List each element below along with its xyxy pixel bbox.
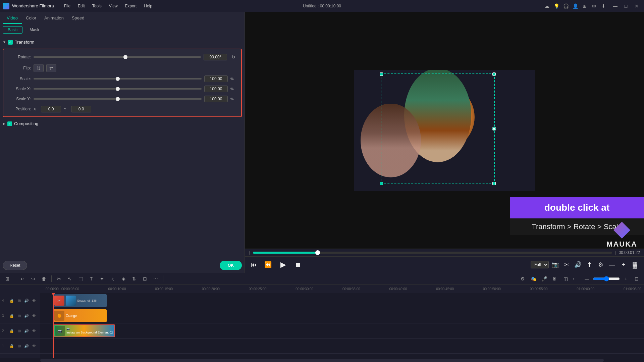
grid-icon[interactable]: ⊞ (581, 2, 588, 10)
toolbar-effects-button[interactable]: ✦ (97, 274, 107, 283)
zoom-in-button[interactable]: + (619, 260, 629, 270)
track-visibility-3[interactable]: 👁 (31, 313, 37, 319)
minimize-button[interactable]: — (610, 3, 620, 9)
close-button[interactable]: ✕ (632, 3, 641, 9)
toolbar-audio-button[interactable]: ♫ (108, 274, 117, 283)
rotate-value[interactable] (204, 54, 227, 60)
timeline-zoom-slider[interactable] (593, 276, 620, 281)
transform-checkbox[interactable]: ✓ (8, 40, 13, 45)
compositing-checkbox[interactable]: ✓ (7, 121, 12, 126)
toolbar-text-button[interactable]: T (87, 274, 96, 283)
toolbar-redo-button[interactable]: ↪ (29, 274, 38, 283)
menu-file[interactable]: File (61, 2, 74, 10)
clip-instagram[interactable]: 📷 📷 Instagram Background Element 02 (53, 324, 115, 337)
toolbar-sticker-button[interactable]: ◈ (119, 274, 128, 283)
track-lock-1[interactable]: 🔒 (9, 343, 15, 349)
export-button[interactable]: ⬆ (584, 260, 594, 270)
track-group-1[interactable]: ⊞ (16, 343, 22, 349)
screenshot-button[interactable]: 📷 (550, 260, 560, 270)
compositing-section-header[interactable]: ▶ ✓ Compositing (3, 120, 242, 127)
handle-tl[interactable] (380, 72, 383, 76)
toolbar-cut-button[interactable]: ✂ (54, 274, 64, 283)
track-mute-3[interactable]: 🔊 (23, 313, 30, 319)
toolbar-mix-right[interactable]: 🎚 (550, 274, 559, 283)
handle-br[interactable] (492, 182, 496, 185)
cloud-icon[interactable]: ☁ (543, 2, 551, 10)
scale-thumb[interactable] (116, 77, 120, 81)
toolbar-fit-right[interactable]: ⊟ (632, 274, 641, 283)
rotate-reset-button[interactable]: ↻ (230, 53, 237, 61)
toolbar-effects-right[interactable]: 🎭 (529, 274, 538, 283)
zoom-out-button[interactable]: — (607, 260, 617, 270)
ok-button[interactable]: OK (220, 261, 242, 270)
download-icon[interactable]: ⬇ (600, 2, 607, 10)
toolbar-more-button[interactable]: ⋯ (151, 274, 160, 283)
scale-x-value[interactable] (204, 86, 228, 92)
resolution-select[interactable]: Full (531, 261, 549, 268)
track-group-3[interactable]: ⊞ (16, 313, 22, 319)
stop-button[interactable]: ⏹ (293, 260, 303, 270)
toolbar-select-button[interactable]: ↖ (65, 274, 74, 283)
toolbar-add-button[interactable]: ⊞ (3, 274, 12, 283)
track-group-2[interactable]: ⊞ (16, 328, 22, 334)
scrollbar-track[interactable] (40, 359, 604, 362)
bulb-icon[interactable]: 💡 (553, 2, 560, 10)
rotate-thumb[interactable] (123, 55, 127, 59)
play-button[interactable]: ▶ (277, 259, 289, 271)
headset-icon[interactable]: 🎧 (562, 2, 570, 10)
toolbar-settings-right[interactable]: ⚙ (518, 274, 527, 283)
track-mute-4[interactable]: 🔊 (23, 298, 30, 304)
selection-box[interactable] (381, 73, 495, 184)
scale-y-slider[interactable] (34, 98, 202, 100)
flip-vertical-button[interactable]: ⇄ (46, 64, 56, 72)
tab-speed[interactable]: Speed (68, 14, 89, 24)
scale-x-slider[interactable] (34, 88, 202, 90)
toolbar-speed-button[interactable]: ⊟ (140, 274, 150, 283)
toolbar-zoom-in-right[interactable]: + (621, 274, 631, 283)
preview-progress-bar[interactable] (253, 252, 612, 254)
flip-horizontal-button[interactable]: ⇅ (34, 64, 44, 72)
maximize-button[interactable]: □ (621, 3, 631, 9)
sub-tab-mask[interactable]: Mask (24, 26, 44, 34)
fullscreen-button[interactable]: ▓ (630, 260, 640, 270)
scale-y-value[interactable] (204, 96, 228, 102)
step-back-button[interactable]: ⏪ (263, 260, 273, 270)
toolbar-crop-button[interactable]: ⬚ (76, 274, 85, 283)
toolbar-transition-button[interactable]: ⇅ (129, 274, 139, 283)
settings-button[interactable]: ⚙ (596, 260, 606, 270)
menu-view[interactable]: View (106, 2, 121, 10)
position-x-value[interactable] (41, 106, 61, 112)
clip-snapshot[interactable]: ✂ Snapshot_136 (53, 294, 107, 307)
rotate-slider[interactable] (34, 56, 201, 58)
toolbar-link-right[interactable]: ⟵ (572, 274, 581, 283)
playhead[interactable] (53, 293, 54, 358)
track-lock-3[interactable]: 🔒 (9, 313, 15, 319)
toolbar-delete-button[interactable]: 🗑 (39, 274, 49, 283)
handle-tr[interactable] (492, 72, 496, 76)
user-icon[interactable]: 👤 (572, 2, 579, 10)
scale-value[interactable] (204, 75, 228, 82)
sub-tab-basic[interactable]: Basic (3, 26, 22, 34)
rotate-handle[interactable] (492, 127, 496, 131)
transform-section-header[interactable]: ▼ ✓ Transform (3, 38, 242, 46)
toolbar-undo-button[interactable]: ↩ (18, 274, 27, 283)
menu-tools[interactable]: Tools (89, 2, 105, 10)
audio-button[interactable]: 🔊 (573, 260, 583, 270)
handle-bl[interactable] (380, 182, 383, 185)
track-visibility-2[interactable]: 👁 (31, 328, 37, 334)
reset-button[interactable]: Reset (3, 261, 27, 270)
track-mute-2[interactable]: 🔊 (23, 328, 30, 334)
menu-edit[interactable]: Edit (74, 2, 88, 10)
toolbar-mic-right[interactable]: 🎤 (539, 274, 549, 283)
track-visibility-4[interactable]: 👁 (31, 298, 37, 304)
toolbar-zoom-out-right[interactable]: — (582, 274, 592, 283)
tab-color[interactable]: Color (22, 14, 40, 24)
scale-y-thumb[interactable] (116, 97, 120, 101)
tab-video[interactable]: Video (3, 14, 22, 24)
scale-slider[interactable] (34, 78, 202, 80)
menu-help[interactable]: Help (141, 2, 156, 10)
position-y-value[interactable] (71, 106, 91, 112)
mail-icon[interactable]: ✉ (590, 2, 598, 10)
tab-animation[interactable]: Animation (40, 14, 68, 24)
track-mute-1[interactable]: 🔊 (23, 343, 30, 349)
